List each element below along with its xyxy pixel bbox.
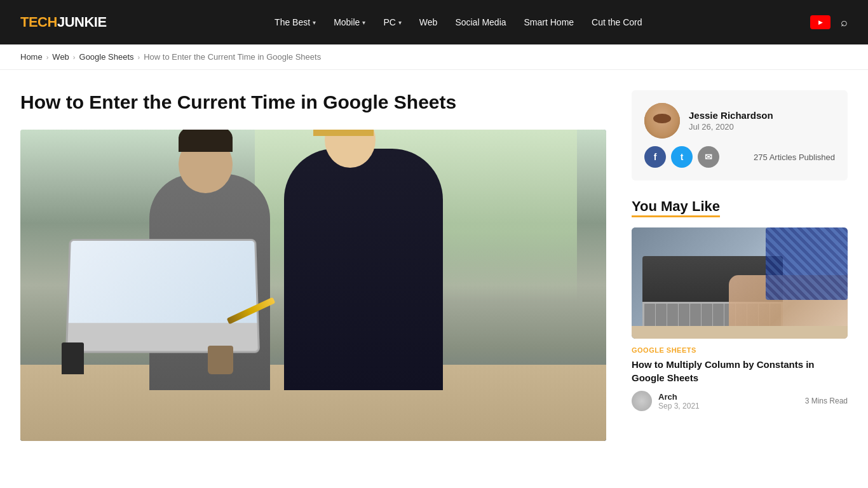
breadcrumb-web[interactable]: Web <box>52 52 69 62</box>
logo-tech: TECH <box>20 14 57 30</box>
avatar <box>644 103 680 139</box>
image-scene <box>20 130 606 441</box>
article-hero-image <box>20 130 606 441</box>
search-button[interactable]: ⌕ <box>841 16 848 29</box>
nav-item-pc[interactable]: PC ▾ <box>383 17 401 27</box>
site-logo[interactable]: TECHJUNKIE <box>20 14 107 30</box>
main-nav: The Best ▾ Mobile ▾ PC ▾ Web Social Medi… <box>275 17 642 27</box>
breadcrumb-google-sheets[interactable]: Google Sheets <box>79 52 134 62</box>
avatar-hair <box>653 114 671 124</box>
chevron-down-icon: ▾ <box>362 19 365 26</box>
logo-junkie: JUNKIE <box>57 14 107 30</box>
nav-item-web[interactable]: Web <box>419 17 438 27</box>
related-article-card[interactable]: GOOGLE SHEETS How to Multiply Column by … <box>632 227 848 411</box>
nav-item-smart-home[interactable]: Smart Home <box>524 17 574 27</box>
youtube-button[interactable]: ▶ <box>810 15 831 29</box>
nav-item-mobile[interactable]: Mobile ▾ <box>334 17 365 27</box>
plaid-sleeve <box>766 227 848 300</box>
facebook-button[interactable]: f <box>644 146 666 168</box>
author-date: Jul 26, 2020 <box>689 122 835 132</box>
nav-item-the-best[interactable]: The Best ▾ <box>275 17 316 27</box>
laptop-body <box>65 239 260 353</box>
chevron-down-icon: ▾ <box>313 19 316 26</box>
author-info: Jessie Richardson Jul 26, 2020 <box>689 110 835 132</box>
breadcrumb-current-page: How to Enter the Current Time in Google … <box>144 52 321 62</box>
breadcrumb-separator: › <box>46 53 49 61</box>
breadcrumb-separator: › <box>138 53 140 61</box>
coffee-mug <box>208 346 233 374</box>
nav-item-cut-the-cord[interactable]: Cut the Cord <box>592 17 642 27</box>
article-title: How to Enter the Current Time in Google … <box>20 90 606 114</box>
related-article-image <box>632 227 848 339</box>
related-author-name: Arch <box>658 392 799 402</box>
person-right-body <box>284 149 443 390</box>
search-icon: ⌕ <box>841 16 848 29</box>
youtube-icon: ▶ <box>818 20 823 25</box>
articles-count: 275 Articles Published <box>754 152 835 162</box>
person-right-hair <box>313 130 374 136</box>
you-may-like-title: You May Like <box>632 198 848 215</box>
related-image-inner <box>632 227 848 339</box>
laptop-screen <box>68 240 257 322</box>
header-actions: ▶ ⌕ <box>810 15 848 29</box>
related-author-info: Arch Sep 3, 2021 <box>658 392 799 410</box>
breadcrumb: Home › Web › Google Sheets › How to Ente… <box>0 44 868 70</box>
author-top: Jessie Richardson Jul 26, 2020 <box>644 103 835 139</box>
breadcrumb-home[interactable]: Home <box>20 52 43 62</box>
related-title: How to Multiply Column by Constants in G… <box>632 358 848 384</box>
nav-item-social-media[interactable]: Social Media <box>455 17 506 27</box>
sidebar: Jessie Richardson Jul 26, 2020 f t ✉ 275… <box>632 90 848 441</box>
author-social: f t ✉ 275 Articles Published <box>644 146 835 168</box>
chevron-down-icon: ▾ <box>398 19 402 26</box>
breadcrumb-separator: › <box>73 53 76 61</box>
desk-surface <box>632 326 848 339</box>
related-author-date: Sep 3, 2021 <box>658 402 799 410</box>
related-meta: Arch Sep 3, 2021 3 Mins Read <box>632 391 848 411</box>
you-may-like-section: You May Like <box>632 198 848 411</box>
site-header: TECHJUNKIE The Best ▾ Mobile ▾ PC ▾ Web … <box>0 0 868 44</box>
email-button[interactable]: ✉ <box>698 146 719 168</box>
person-left-hair <box>179 130 233 152</box>
avatar-image <box>644 103 680 139</box>
related-author-avatar <box>632 391 652 411</box>
author-name: Jessie Richardson <box>689 110 835 121</box>
page-content: How to Enter the Current Time in Google … <box>0 70 868 461</box>
article-main: How to Enter the Current Time in Google … <box>20 90 606 441</box>
pen-holder <box>62 342 84 374</box>
related-read-time: 3 Mins Read <box>805 396 848 405</box>
twitter-button[interactable]: t <box>671 146 693 168</box>
related-category: GOOGLE SHEETS <box>632 346 848 354</box>
author-card: Jessie Richardson Jul 26, 2020 f t ✉ 275… <box>632 90 848 180</box>
